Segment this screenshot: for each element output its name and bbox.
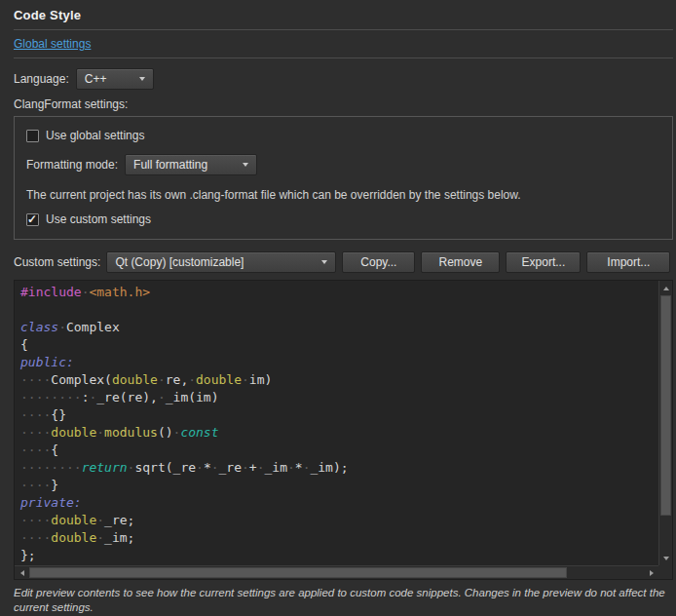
code-style-settings-page: Code Style Global settings Language: C++… [0, 0, 676, 615]
use-global-settings-checkbox[interactable] [26, 130, 39, 142]
code-line: private: [20, 494, 658, 512]
code-line: class·Complex [20, 319, 658, 336]
language-label: Language: [14, 72, 69, 86]
code-line: public: [20, 354, 658, 371]
use-global-settings-label[interactable]: Use global settings [46, 129, 144, 142]
custom-settings-value: Qt (Copy) [customizable] [115, 255, 310, 269]
global-settings-link[interactable]: Global settings [14, 37, 91, 51]
title-separator [14, 29, 673, 30]
clang-format-file-note: The current project has its own .clang-f… [26, 188, 660, 202]
horizontal-scrollbar-thumb[interactable] [29, 567, 567, 578]
scroll-down-button[interactable] [659, 552, 672, 564]
scroll-right-button[interactable] [645, 566, 657, 579]
code-line: ····double·_re; [20, 512, 658, 529]
scroll-up-button[interactable] [659, 282, 672, 294]
arrow-left-icon [20, 570, 24, 576]
global-settings-row: Global settings [14, 37, 673, 51]
language-value: C++ [85, 72, 128, 86]
code-line: ····{ [20, 442, 658, 459]
language-combobox[interactable]: C++ [76, 68, 154, 90]
code-line: ········return·sqrt(_re·*·_re·+·_im·*·_i… [20, 459, 658, 477]
formatting-mode-row: Formatting mode: Full formatting [26, 154, 660, 175]
custom-settings-row: Custom settings: Qt (Copy) [customizable… [14, 251, 673, 273]
horizontal-scrollbar[interactable] [15, 565, 658, 579]
use-global-settings-row[interactable]: Use global settings [26, 129, 660, 142]
use-custom-settings-checkbox[interactable] [26, 213, 39, 226]
arrow-right-icon [650, 570, 654, 576]
import-button[interactable]: Import... [586, 251, 670, 273]
copy-button[interactable]: Copy... [342, 251, 415, 273]
arrow-up-icon [663, 287, 669, 290]
code-line: }; [20, 547, 658, 564]
custom-settings-combobox[interactable]: Qt (Copy) [customizable] [106, 251, 336, 273]
code-line: ····double·_im; [20, 529, 658, 547]
code-line: #include·<math.h> [20, 284, 658, 301]
formatting-mode-label: Formatting mode: [26, 158, 118, 172]
chevron-down-icon [139, 77, 145, 81]
section-separator [14, 58, 673, 58]
vertical-scrollbar-thumb[interactable] [660, 295, 671, 516]
scroll-left-button[interactable] [16, 566, 28, 579]
language-row: Language: C++ [14, 68, 673, 90]
remove-button[interactable]: Remove [421, 251, 500, 273]
code-line: ····double·modulus()·const [20, 424, 658, 442]
custom-settings-label: Custom settings: [14, 255, 100, 269]
clangformat-groupbox: Use global settings Formatting mode: Ful… [14, 116, 673, 240]
formatting-mode-combobox[interactable]: Full formatting [125, 154, 257, 175]
use-custom-settings-row[interactable]: Use custom settings [26, 212, 660, 226]
export-button[interactable]: Export... [506, 251, 581, 273]
scrollbar-corner [658, 565, 672, 579]
use-custom-settings-label[interactable]: Use custom settings [46, 212, 151, 226]
code-content[interactable]: #include·<math.h> class·Complex{public:·… [15, 281, 658, 565]
arrow-down-icon [663, 557, 669, 560]
clangformat-group-label: ClangFormat settings: [14, 97, 673, 111]
vertical-scrollbar[interactable] [658, 281, 672, 565]
code-line: { [20, 336, 658, 354]
preview-help-note: Edit preview contents to see how the cur… [14, 586, 668, 615]
code-line: ········:·_re(re),·_im(im) [20, 389, 658, 406]
code-line [20, 301, 658, 319]
code-preview-editor[interactable]: #include·<math.h> class·Complex{public:·… [14, 280, 673, 580]
formatting-mode-value: Full formatting [133, 158, 231, 172]
page-title: Code Style [14, 8, 673, 22]
chevron-down-icon [243, 163, 248, 167]
chevron-down-icon [321, 260, 327, 264]
code-line: ····{} [20, 406, 658, 424]
code-line: ····Complex(double·re,·double·im) [20, 371, 658, 389]
code-line: ····} [20, 477, 658, 494]
